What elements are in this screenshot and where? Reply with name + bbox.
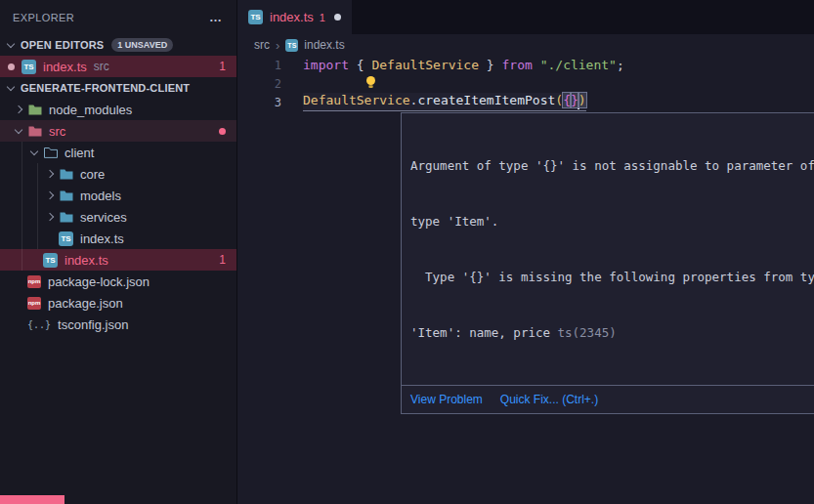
error-message-line: 'Item': name, price ts(2345) [410,323,814,342]
chevron-down-icon[interactable] [7,83,15,91]
chevron-right-icon[interactable] [15,105,22,113]
error-message: Argument of type '{}' is not assignable … [402,113,814,385]
npm-icon-text: npm [28,278,41,284]
ts-icon-text: TS [287,42,296,49]
npm-file-icon: npm [27,275,41,288]
paren-token: ) [578,93,586,107]
hovered-expression: DefaultService.createItemItemPost({}) [303,93,586,111]
paren-token: ( [555,93,563,107]
tree-item-models[interactable]: models [0,185,236,206]
open-editors-label: OPEN EDITORS [21,39,104,51]
typescript-file-icon: TS [285,39,298,52]
tree-item-label: tsconfig.json [58,317,128,332]
tree-item-core[interactable]: core [0,163,236,185]
error-message-line: Type '{}' is missing the following prope… [410,268,814,286]
indent-guide [21,142,22,271]
breadcrumb-file[interactable]: index.ts [304,38,344,52]
breadcrumb: src › TS index.ts [237,34,814,56]
tree-item-label: package.json [48,296,123,311]
sidebar-title: EXPLORER [13,12,74,23]
ts-icon-text: TS [61,234,70,243]
chevron-right-icon[interactable] [46,191,54,199]
open-editor-item-index-ts[interactable]: TS index.ts src 1 [0,56,236,77]
chevron-down-icon[interactable] [7,40,15,48]
line-number: 1 [237,59,293,72]
folder-core-icon [60,169,73,180]
folder-node-modules-icon [28,105,42,115]
keyword-token: from [502,58,540,72]
brace-token: { [563,93,571,107]
ts-icon-text: TS [250,13,260,21]
project-section-label: GENERATE-FRONTEND-CLIENT [21,82,190,94]
tree-item-label: services [80,210,127,225]
line-number: 3 [237,96,293,109]
modified-indicator-dot-icon [219,128,226,135]
method-token: createItemItemPost [417,93,555,107]
punctuation-token: ; [617,58,624,72]
tree-item-client[interactable]: client [0,142,236,163]
tree-item-package-json[interactable]: npm package.json [0,292,236,314]
error-count-badge: 1 [219,253,226,267]
tree-item-node-modules[interactable]: node_modules [0,99,236,120]
tree-item-tsconfig-json[interactable]: {..} tsconfig.json [0,314,236,335]
unsaved-badge: 1 UNSAVED [111,38,173,52]
tree-item-src-index-ts-selected[interactable]: TS index.ts 1 [0,249,236,271]
typescript-file-icon: TS [43,253,58,268]
folder-open-src-icon [28,126,42,137]
npm-file-icon: npm [27,297,41,310]
tree-item-package-lock-json[interactable]: npm package-lock.json [0,271,236,292]
indent-guide [37,163,38,249]
code-text: DefaultService.createItemItemPost({}) [293,93,586,111]
tree-item-label: package-lock.json [48,274,150,289]
line-number: 2 [237,77,293,91]
error-message-text: 'Item': name, price [410,325,558,340]
punctuation-token: } [479,58,501,72]
editor-tab-index-ts[interactable]: TS index.ts 1 [237,0,352,34]
code-line-2: 2 [237,74,814,93]
chevron-down-icon[interactable] [15,126,22,134]
error-message-line: Argument of type '{}' is not assignable … [410,156,814,175]
tab-error-count: 1 [320,12,325,23]
tree-item-label: client [64,146,94,160]
quick-fix-link[interactable]: Quick Fix... (Ctrl+.) [500,393,598,406]
hover-actions: View Problem Quick Fix... (Ctrl+.) [402,385,814,413]
npm-icon-text: npm [28,300,41,306]
error-count-badge: 1 [219,60,226,73]
typescript-file-icon: TS [21,60,36,74]
open-editor-file-name: index.ts [43,60,87,74]
typescript-file-icon: TS [59,231,73,246]
view-problem-link[interactable]: View Problem [410,393,483,406]
ts-icon-text: TS [45,256,55,265]
breadcrumb-separator-icon: › [276,38,279,53]
sidebar-header: EXPLORER … [0,0,236,34]
tree-item-services[interactable]: services [0,206,236,228]
tree-item-src[interactable]: src [0,120,236,142]
explorer-sidebar: EXPLORER … OPEN EDITORS 1 UNSAVED TS ind… [0,0,237,504]
tsconfig-braces-icon: {..} [27,319,51,330]
string-token: "./client" [540,58,617,72]
folder-services-icon [60,212,73,223]
status-bar-remote-indicator[interactable] [0,495,64,504]
breadcrumb-folder[interactable]: src [254,38,270,52]
folder-models-icon [60,190,73,201]
editor-tab-bar: TS index.ts 1 [237,0,814,34]
tree-item-label: node_modules [49,103,132,117]
tree-item-client-index-ts[interactable]: TS index.ts [0,228,236,249]
tab-modified-dot-icon[interactable] [334,14,341,21]
tree-item-label: index.ts [64,253,108,268]
identifier-token: DefaultService [303,93,410,107]
tree-item-label: core [80,167,105,182]
error-code-ref: ts(2345) [558,325,617,340]
ts-icon-text: TS [23,63,33,71]
tree-item-label: index.ts [80,231,124,246]
project-section-header[interactable]: GENERATE-FRONTEND-CLIENT [0,77,236,99]
more-actions-icon[interactable]: … [209,10,223,24]
folder-open-client-icon [44,147,58,158]
tree-item-label: src [49,124,65,139]
chevron-down-icon[interactable] [30,147,38,155]
open-editors-header[interactable]: OPEN EDITORS 1 UNSAVED [0,34,236,56]
chevron-right-icon[interactable] [46,213,54,221]
code-line-3: 3 DefaultService.createItemItemPost({}) [237,93,814,111]
chevron-right-icon[interactable] [46,170,54,178]
tab-file-name: index.ts [270,10,314,24]
